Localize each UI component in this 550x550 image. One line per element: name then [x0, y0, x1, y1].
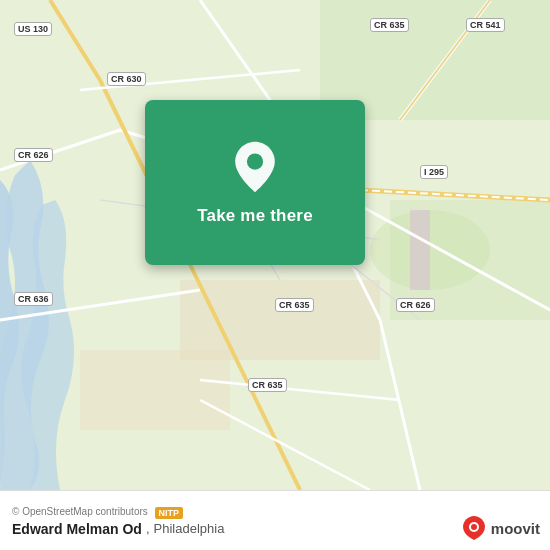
location-city: Philadelphia: [154, 521, 225, 536]
svg-point-30: [471, 524, 477, 530]
bottom-bar: © OpenStreetMap contributors NITP Edward…: [0, 490, 550, 550]
moovit-text: moovit: [491, 520, 540, 537]
road-label-i295: I 295: [420, 165, 448, 179]
road-label-cr630: CR 630: [107, 72, 146, 86]
location-card[interactable]: Take me there: [145, 100, 365, 265]
road-label-us130: US 130: [14, 22, 52, 36]
road-label-cr635-bot: CR 635: [248, 378, 287, 392]
road-label-cr626-right: CR 626: [396, 298, 435, 312]
road-label-cr635-top: CR 635: [370, 18, 409, 32]
location-name: Edward Melman Od: [12, 521, 142, 537]
svg-point-28: [247, 153, 263, 169]
road-label-cr636: CR 636: [14, 292, 53, 306]
map: US 130 CR 635 CR 541 CR 630 CR 626 I 295…: [0, 0, 550, 490]
location-separator: ,: [146, 521, 150, 536]
svg-rect-5: [80, 350, 230, 430]
take-me-there-button[interactable]: Take me there: [197, 206, 313, 226]
svg-rect-4: [180, 280, 380, 360]
svg-rect-6: [410, 210, 430, 290]
attribution-text: © OpenStreetMap contributors: [12, 506, 148, 517]
nitp-badge: NITP: [155, 507, 184, 519]
location-pin-icon: [228, 140, 282, 194]
road-label-cr541: CR 541: [466, 18, 505, 32]
road-label-cr626-left: CR 626: [14, 148, 53, 162]
road-label-cr635-mid: CR 635: [275, 298, 314, 312]
moovit-logo: moovit: [460, 514, 540, 542]
moovit-icon: [460, 514, 488, 542]
